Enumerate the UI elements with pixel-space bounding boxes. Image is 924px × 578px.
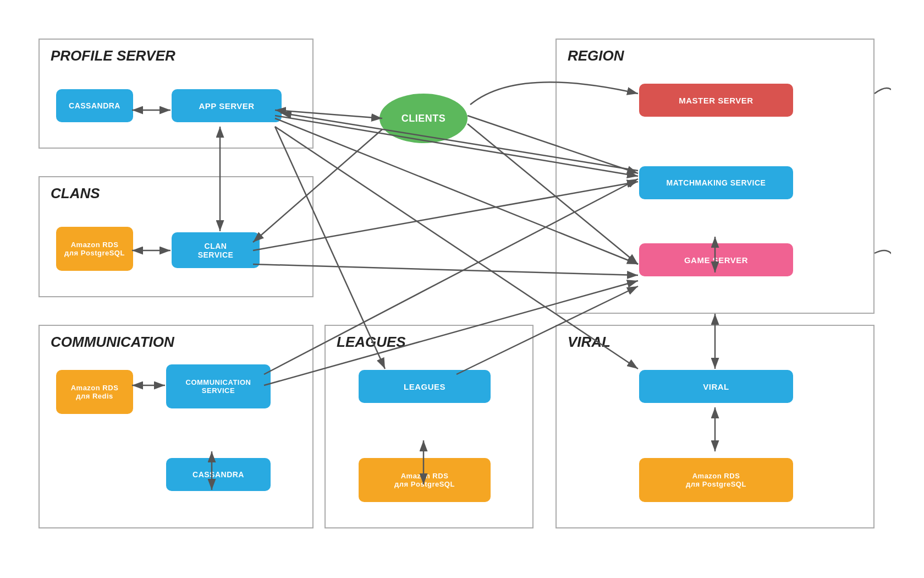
- profile-server-title: PROFILE SERVER: [51, 47, 175, 64]
- node-amazon-rds-redis: Amazon RDS для Redis: [56, 370, 133, 414]
- section-profile-server: PROFILE SERVER CASSANDRA APP SERVER: [38, 39, 314, 149]
- node-game-server: GAME SERVER: [639, 243, 793, 276]
- node-cassandra-profile: CASSANDRA: [56, 89, 133, 122]
- section-viral: VIRAL VIRAL Amazon RDS для PostgreSQL: [556, 325, 875, 528]
- section-region: REGION MASTER SERVER MATCHMAKING SERVICE…: [556, 39, 875, 314]
- node-amazon-rds-leagues: Amazon RDS для PostgreSQL: [359, 458, 491, 502]
- node-viral: VIRAL: [639, 370, 793, 403]
- node-leagues: LEAGUES: [359, 370, 491, 403]
- section-clans: CLANS Amazon RDS для PostgreSQL CLAN SER…: [38, 176, 314, 297]
- node-cassandra-comm: CASSANDRA: [166, 458, 271, 491]
- section-leagues: LEAGUES LEAGUES Amazon RDS для PostgreSQ…: [324, 325, 534, 528]
- node-clan-service: CLAN SERVICE: [172, 232, 260, 268]
- section-communication: COMMUNICATION Amazon RDS для Redis COMMU…: [38, 325, 314, 528]
- region-title: REGION: [568, 47, 624, 64]
- node-matchmaking: MATCHMAKING SERVICE: [639, 166, 793, 199]
- diagram-container: PROFILE SERVER CASSANDRA APP SERVER CLAN…: [33, 33, 891, 545]
- node-app-server: APP SERVER: [172, 89, 282, 122]
- node-comm-service: COMMUNICATION SERVICE: [166, 364, 271, 408]
- viral-title: VIRAL: [568, 334, 610, 351]
- clans-title: CLANS: [51, 185, 100, 202]
- leagues-title: LEAGUES: [337, 334, 406, 351]
- node-master-server: MASTER SERVER: [639, 84, 793, 117]
- node-amazon-rds-clans: Amazon RDS для PostgreSQL: [56, 227, 133, 271]
- node-clients: CLIENTS: [380, 94, 468, 143]
- communication-title: COMMUNICATION: [51, 334, 174, 351]
- node-amazon-rds-viral: Amazon RDS для PostgreSQL: [639, 458, 793, 502]
